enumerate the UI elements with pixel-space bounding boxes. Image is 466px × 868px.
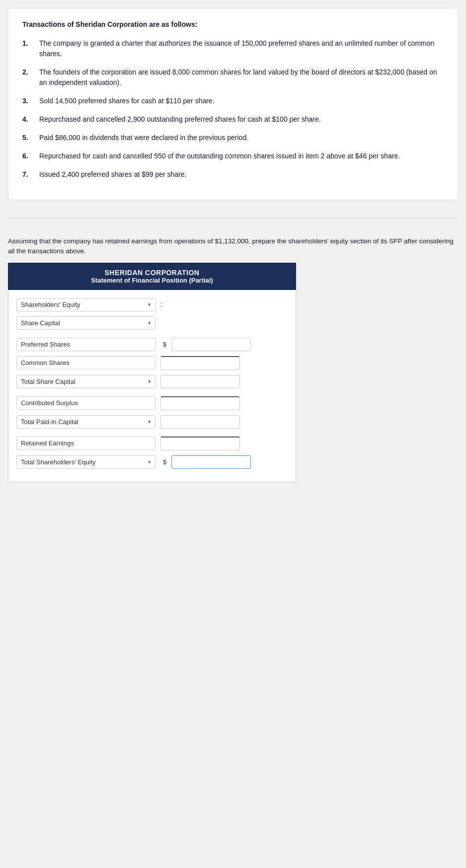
dollar-sign-preferred-shares: $: [160, 341, 166, 348]
item-text: The founders of the corporation are issu…: [39, 67, 444, 88]
transaction-item: 3.Sold 14,500 preferred shares for cash …: [22, 96, 444, 106]
item-number: 5.: [22, 133, 32, 143]
item-number: 7.: [22, 169, 32, 180]
statement-row-total-paid-in-capital: Total Paid-in Capital: [16, 415, 288, 429]
transaction-item: 1.The company is granted a charter that …: [22, 38, 444, 59]
transaction-item: 2.The founders of the corporation are is…: [22, 67, 444, 88]
statement-row-contributed-surplus: Contributed Surplus: [16, 396, 288, 410]
item-number: 6.: [22, 151, 32, 161]
transaction-item: 4.Repurchased and cancelled 2,900 outsta…: [22, 114, 444, 125]
item-number: 1.: [22, 38, 32, 59]
statement-row-total-shareholders-equity: Total Shareholders' Equity$: [16, 455, 288, 469]
value-input-total-paid-in-capital[interactable]: [160, 415, 240, 429]
transactions-card: Transactions of Sheridan Corporation are…: [8, 8, 458, 200]
value-input-total-shareholders-equity[interactable]: [171, 455, 251, 469]
divider-section: [0, 208, 466, 228]
label-total-shareholders-equity[interactable]: Total Shareholders' Equity: [16, 455, 155, 469]
transaction-item: 7.Issued 2,400 preferred shares at $99 p…: [22, 169, 444, 180]
statement-header: SHERIDAN CORPORATION Statement of Financ…: [8, 263, 296, 290]
colon-separator: :: [160, 300, 162, 308]
transactions-list: 1.The company is granted a charter that …: [22, 38, 444, 180]
statement-row-share-capital: Share Capital: [16, 316, 288, 330]
page-container: Transactions of Sheridan Corporation are…: [0, 8, 466, 482]
divider-line: [8, 218, 458, 218]
label-common-shares: Common Shares: [16, 356, 155, 369]
dollar-sign-total-shareholders-equity: $: [160, 458, 166, 466]
transactions-title: Transactions of Sheridan Corporation are…: [22, 20, 444, 28]
statement-row-retained-earnings: Retained Earnings: [16, 436, 288, 450]
statement-row-common-shares: Common Shares: [16, 356, 288, 370]
corp-name: SHERIDAN CORPORATION: [16, 269, 288, 277]
label-total-paid-in-capital[interactable]: Total Paid-in Capital: [16, 415, 155, 429]
statement-container: SHERIDAN CORPORATION Statement of Financ…: [8, 263, 296, 482]
value-input-total-share-capital[interactable]: [160, 375, 240, 388]
item-number: 4.: [22, 114, 32, 125]
value-input-retained-earnings[interactable]: [160, 436, 240, 450]
value-input-common-shares[interactable]: [160, 356, 240, 370]
value-input-contributed-surplus[interactable]: [160, 396, 240, 410]
label-shareholders-equity[interactable]: Shareholders' Equity: [16, 298, 155, 311]
statement-row-shareholders-equity: Shareholders' Equity:: [16, 298, 288, 311]
item-text: Repurchased for cash and cancelled 550 o…: [39, 151, 400, 161]
statement-row-total-share-capital: Total Share Capital: [16, 375, 288, 388]
statement-row-preferred-shares: Preferred Shares$: [16, 338, 288, 351]
label-retained-earnings: Retained Earnings: [16, 436, 155, 450]
label-preferred-shares: Preferred Shares: [16, 338, 155, 351]
statement-body: Shareholders' Equity:Share CapitalPrefer…: [8, 290, 296, 482]
instructions-text: Assuming that the company has retained e…: [8, 236, 458, 257]
item-text: The company is granted a charter that au…: [39, 38, 444, 59]
corp-subtitle: Statement of Financial Position (Partial…: [16, 277, 288, 284]
item-text: Issued 2,400 preferred shares at $99 per…: [39, 169, 187, 180]
transaction-item: 5.Paid $86,000 in dividends that were de…: [22, 133, 444, 143]
value-input-preferred-shares[interactable]: [171, 338, 251, 351]
item-number: 3.: [22, 96, 32, 106]
label-total-share-capital[interactable]: Total Share Capital: [16, 375, 155, 388]
label-share-capital[interactable]: Share Capital: [16, 316, 155, 330]
item-text: Paid $86,000 in dividends that were decl…: [39, 133, 248, 143]
transaction-item: 6.Repurchased for cash and cancelled 550…: [22, 151, 444, 161]
item-number: 2.: [22, 67, 32, 88]
item-text: Sold 14,500 preferred shares for cash at…: [39, 96, 215, 106]
item-text: Repurchased and cancelled 2,900 outstand…: [39, 114, 321, 125]
label-contributed-surplus: Contributed Surplus: [16, 396, 155, 410]
